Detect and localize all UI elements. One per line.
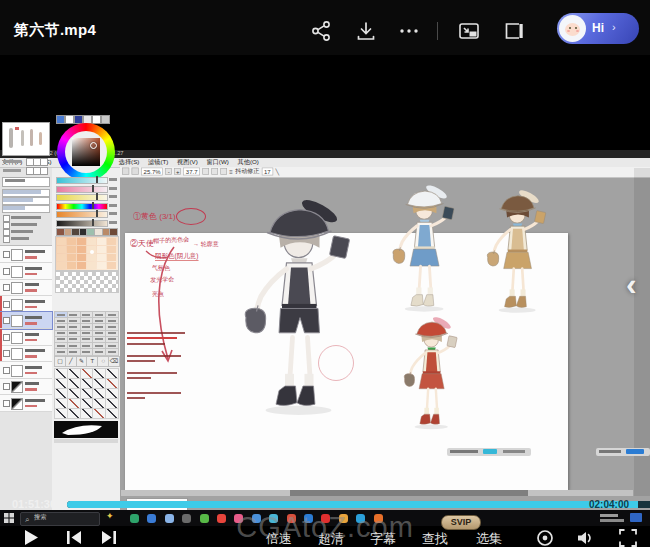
share-icon[interactable] — [311, 20, 333, 42]
brush-name-blob — [69, 332, 77, 334]
fullscreen-icon[interactable] — [619, 529, 637, 547]
quality-button[interactable]: 超清 — [318, 530, 344, 547]
svip-badge[interactable]: SVIP — [441, 515, 481, 530]
layers-panel — [0, 245, 52, 411]
color-slider-value-blob — [109, 178, 117, 181]
color-panel-tab — [56, 115, 65, 124]
brush-name-blob — [95, 314, 103, 316]
chip-text-blob — [599, 450, 621, 453]
topbar-divider — [437, 22, 438, 40]
scratch-swatch — [87, 238, 96, 245]
layer-opacity-blob — [25, 306, 37, 309]
character-variant-blue — [381, 183, 469, 317]
nav-button — [40, 158, 48, 166]
brush-name-blob — [82, 314, 90, 316]
scratch-swatch — [97, 238, 106, 245]
layer-visibility-checkbox — [3, 268, 10, 275]
brush-name-blob — [82, 338, 90, 340]
layer-row — [0, 362, 52, 379]
blend-dropdown-blob — [5, 179, 25, 182]
layer-visibility-checkbox — [3, 334, 10, 341]
miniplayer-icon[interactable] — [503, 20, 525, 42]
prop-check — [3, 215, 10, 222]
total-time: 02:04:00 — [589, 499, 629, 510]
episodes-button[interactable]: 选集 — [476, 530, 502, 547]
layer-row — [0, 395, 52, 412]
layer-name-blob — [25, 399, 45, 402]
next-icon[interactable] — [101, 530, 117, 545]
brush-name-blob — [108, 326, 116, 328]
brush-name-blob — [95, 345, 103, 347]
brush-name-blob — [95, 338, 103, 340]
canvas-right-shade — [634, 168, 650, 510]
volume-icon[interactable] — [576, 529, 595, 547]
layer-opacity-blob — [25, 256, 37, 259]
brush-name-blob — [57, 338, 65, 340]
avatar-eye — [569, 27, 571, 29]
color-slider-cursor — [92, 185, 94, 192]
nav-slider-blob — [3, 160, 21, 163]
scratch-swatch — [87, 254, 96, 261]
layer-visibility-checkbox — [3, 350, 10, 357]
canvas-note-line — [127, 355, 181, 357]
color-slider-cursor — [96, 193, 98, 200]
avatar-greeting: Hi — [592, 21, 604, 35]
chip-accent — [483, 449, 497, 454]
scratch-swatch — [77, 262, 86, 269]
brush-name-blob — [108, 351, 116, 353]
previous-icon[interactable] — [66, 530, 82, 545]
thumb-sketch-blob — [30, 129, 33, 146]
brush-name-blob — [57, 314, 65, 316]
layer-opacity-blob — [25, 273, 37, 276]
user-avatar-pill[interactable]: Hi › — [557, 13, 639, 44]
subtitles-button[interactable]: 字幕 — [370, 530, 396, 547]
sai-canvas-toolbar: 25.7% - + 37.7 ≡ 抖动修正 17 ╲ — [120, 167, 650, 178]
layer-visibility-checkbox — [3, 383, 10, 390]
character-variant-tan — [476, 188, 560, 318]
brush-name-blob — [57, 326, 65, 328]
speed-button[interactable]: 倍速 — [266, 530, 292, 547]
color-slider-value-blob — [109, 187, 117, 190]
download-icon[interactable] — [355, 20, 377, 42]
canvas-note-line — [127, 372, 177, 374]
brush-name-blob — [69, 326, 77, 328]
brush-name-blob — [69, 345, 77, 347]
layer-row — [0, 246, 52, 263]
thumb-red-mark — [15, 127, 19, 130]
layer-opacity-blob — [25, 322, 37, 325]
color-panel-tab — [101, 115, 110, 124]
search-in-video-button[interactable]: 查找 — [422, 530, 448, 547]
brush-stroke-cell — [105, 408, 119, 419]
scratch-swatch — [57, 246, 66, 253]
record-icon[interactable] — [536, 529, 554, 547]
layer-thumbnail — [11, 381, 23, 393]
brush-name-blob — [69, 320, 77, 322]
canvas-note-line — [127, 343, 165, 345]
layer-opacity-blob — [25, 405, 37, 408]
more-icon[interactable] — [398, 20, 420, 42]
layer-thumbnail — [11, 266, 23, 278]
play-icon[interactable] — [24, 529, 39, 546]
prop-check — [3, 222, 10, 229]
chip-text-blob — [450, 450, 478, 453]
brush-name-blob — [82, 345, 90, 347]
pip-icon[interactable] — [458, 20, 480, 42]
brush-name-blob — [108, 345, 116, 347]
layer-thumbnail — [11, 249, 23, 261]
color-slider-cursor — [96, 210, 98, 217]
canvas-note-line — [127, 337, 177, 339]
prop-label-blob — [11, 223, 37, 226]
thumb-sketch-blob — [9, 128, 13, 148]
playlist-collapse-chevron[interactable]: ‹ — [626, 266, 637, 303]
brush-name-blob — [108, 338, 116, 340]
character-variant-red — [394, 315, 470, 434]
brush-name-blob — [108, 314, 116, 316]
layer-thumbnail — [11, 332, 23, 344]
progress-bar[interactable] — [67, 501, 650, 508]
layer-opacity-blob — [25, 355, 37, 358]
sv-square — [72, 138, 100, 166]
scratch-swatch — [67, 238, 76, 245]
video-frame[interactable]: PaintTool SAI Ver.2 (64bit) Preview 2021… — [0, 55, 650, 495]
character-sketch-main-grayscale — [225, 196, 375, 424]
color-swatch — [109, 228, 118, 236]
